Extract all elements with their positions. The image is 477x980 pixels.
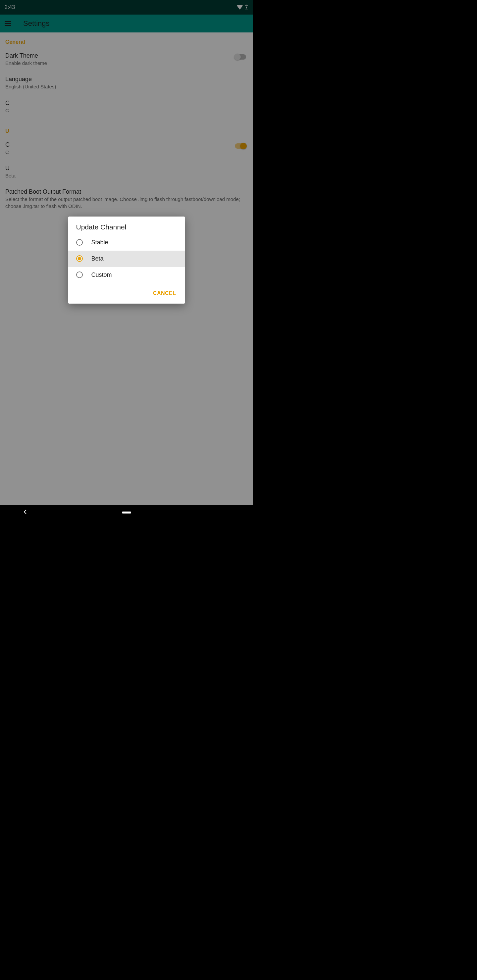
back-icon[interactable] bbox=[23, 509, 27, 516]
option-label: Stable bbox=[91, 239, 108, 246]
dialog-actions: CANCEL bbox=[68, 283, 185, 304]
home-indicator[interactable] bbox=[122, 512, 131, 514]
option-stable[interactable]: Stable bbox=[68, 234, 185, 251]
update-channel-dialog: Update Channel Stable Beta Custom CANCEL bbox=[68, 216, 185, 304]
modal-overlay[interactable]: Update Channel Stable Beta Custom CANCEL bbox=[0, 0, 253, 520]
radio-icon bbox=[76, 272, 83, 278]
option-beta[interactable]: Beta bbox=[68, 251, 185, 267]
option-label: Beta bbox=[91, 255, 104, 262]
navigation-bar bbox=[0, 505, 253, 520]
option-label: Custom bbox=[91, 272, 112, 278]
radio-checked-icon bbox=[76, 255, 83, 262]
cancel-button[interactable]: CANCEL bbox=[150, 288, 179, 298]
radio-icon bbox=[76, 239, 83, 246]
dialog-title: Update Channel bbox=[68, 216, 185, 234]
option-custom[interactable]: Custom bbox=[68, 267, 185, 283]
